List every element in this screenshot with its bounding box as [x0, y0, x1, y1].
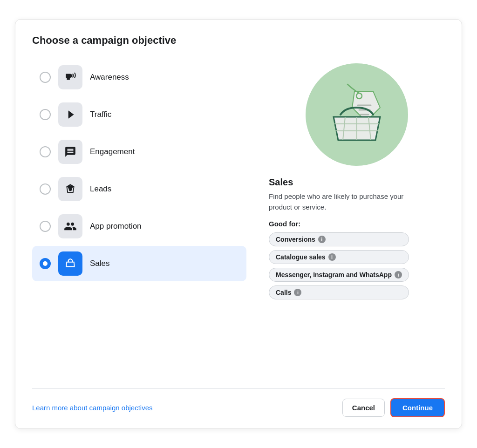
radio-engagement[interactable]: [40, 146, 51, 157]
radio-sales[interactable]: [40, 258, 51, 269]
learn-more-link[interactable]: Learn more about campaign objectives: [32, 404, 153, 412]
svg-rect-0: [66, 74, 71, 78]
traffic-label: Traffic: [90, 110, 111, 119]
leads-icon: [64, 183, 76, 195]
campaign-objective-dialog: Choose a campaign objective Awareness: [15, 19, 462, 429]
objective-item-engagement[interactable]: Engagement: [32, 134, 246, 170]
objective-item-traffic[interactable]: Traffic: [32, 97, 246, 132]
traffic-icon: [64, 109, 76, 121]
traffic-icon-box: [58, 102, 82, 127]
tag-messenger: Messenger, Instagram and WhatsApp i: [269, 268, 409, 282]
awareness-label: Awareness: [90, 73, 129, 82]
tag-conversions: Conversions i: [269, 232, 409, 246]
tag-calls: Calls i: [269, 285, 409, 299]
tag-catalogue-sales: Catalogue sales i: [269, 250, 409, 264]
awareness-icon: [64, 71, 76, 83]
detail-description: Find people who are likely to purchase y…: [269, 191, 427, 212]
tag-catalogue-sales-label: Catalogue sales: [276, 253, 326, 261]
radio-awareness[interactable]: [40, 72, 51, 83]
tags-area: Conversions i Catalogue sales i Messenge…: [269, 232, 409, 299]
dialog-footer: Learn more about campaign objectives Can…: [32, 388, 445, 417]
detail-panel: Sales Find people who are likely to purc…: [269, 60, 445, 370]
conversions-info-icon[interactable]: i: [318, 236, 326, 243]
detail-title: Sales: [269, 177, 293, 188]
sales-illustration: [306, 63, 408, 166]
leads-icon-box: [58, 177, 82, 201]
footer-buttons: Cancel Continue: [342, 398, 445, 417]
content-area: Awareness Traffic: [32, 60, 445, 370]
awareness-icon-box: [58, 65, 82, 89]
engagement-icon-box: [58, 140, 82, 164]
svg-rect-1: [67, 78, 70, 80]
good-for-label: Good for:: [269, 220, 300, 228]
app-promotion-label: App promotion: [90, 222, 142, 231]
continue-button[interactable]: Continue: [390, 398, 445, 417]
objective-item-leads[interactable]: Leads: [32, 171, 246, 207]
calls-info-icon[interactable]: i: [294, 289, 301, 296]
dialog-title: Choose a campaign objective: [32, 34, 445, 47]
tag-calls-label: Calls: [276, 289, 291, 296]
cancel-button[interactable]: Cancel: [342, 399, 385, 417]
objective-item-sales[interactable]: Sales: [32, 246, 246, 281]
leads-label: Leads: [90, 184, 111, 194]
tag-messenger-label: Messenger, Instagram and WhatsApp: [276, 271, 392, 278]
sales-icon: [64, 258, 76, 270]
sales-label: Sales: [90, 259, 110, 268]
basket-svg: [320, 77, 394, 152]
radio-leads[interactable]: [40, 183, 51, 195]
app-promotion-icon-box: [58, 214, 82, 238]
radio-traffic[interactable]: [40, 109, 51, 120]
engagement-label: Engagement: [90, 147, 135, 156]
objective-item-awareness[interactable]: Awareness: [32, 60, 246, 95]
catalogue-sales-info-icon[interactable]: i: [328, 253, 336, 261]
svg-marker-2: [68, 110, 74, 118]
radio-app-promotion[interactable]: [40, 221, 51, 232]
messenger-info-icon[interactable]: i: [395, 271, 402, 278]
engagement-icon: [64, 146, 76, 158]
objective-item-app-promotion[interactable]: App promotion: [32, 209, 246, 244]
objectives-list: Awareness Traffic: [32, 60, 246, 370]
tag-conversions-label: Conversions: [276, 236, 315, 243]
app-promotion-icon: [64, 220, 77, 233]
sales-icon-box: [58, 251, 82, 276]
